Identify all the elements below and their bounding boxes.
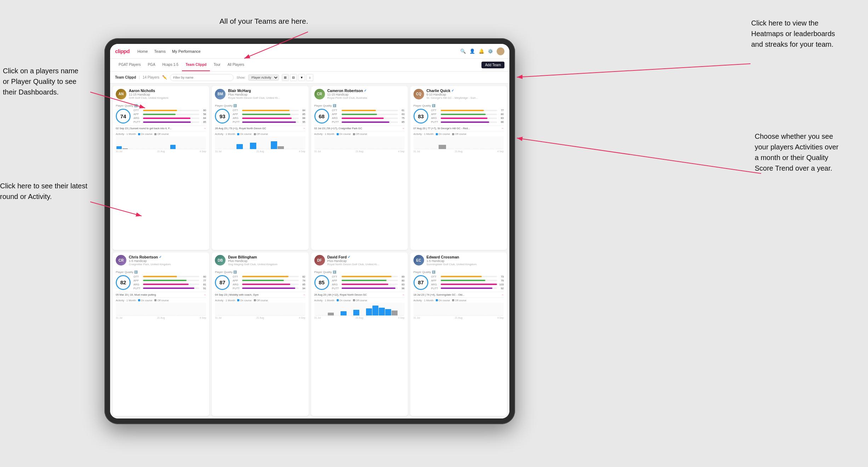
tab-pga[interactable]: PGA xyxy=(144,59,159,71)
show-label: Show: xyxy=(236,76,245,79)
player-info: Blair McHarg Plus Handicap Royal North D… xyxy=(228,89,305,99)
player-name[interactable]: Cameron Robertson ✓ xyxy=(327,89,405,93)
player-club: St. George's Hill GC - Weybridge - Surr.… xyxy=(427,96,504,99)
player-club: Sog Maging Golf Club, United Kingdom xyxy=(228,263,305,266)
card-body: Player Quality ℹ️ 68 OTT61 APP63 ARG75 P… xyxy=(311,102,408,155)
player-info: Cameron Robertson ✓ 11-15 Handicap Royal… xyxy=(327,89,405,99)
player-name[interactable]: Aaron Nicholls xyxy=(129,89,206,93)
card-header: DF David Ford ✓ Plus Handicap Royal Nort… xyxy=(311,252,408,268)
player-card: CR Cameron Robertson ✓ 11-15 Handicap Ro… xyxy=(311,86,408,250)
player-card: BM Blair McHarg Plus Handicap Royal Nort… xyxy=(212,86,308,250)
avatar[interactable]: EC xyxy=(413,255,424,266)
player-handicap: 1-5 Handicap xyxy=(427,259,504,263)
avatar[interactable]: DB xyxy=(215,255,225,266)
nav-icons: 🔍 👤 🔔 ⚙️ xyxy=(460,47,504,55)
player-name[interactable]: Blair McHarg xyxy=(228,89,305,93)
latest-round[interactable]: 05 Mar 23 | 19, Must make putting → xyxy=(116,292,206,298)
tab-tour[interactable]: Tour xyxy=(210,59,224,71)
card-header: EC Edward Crossman 1-5 Handicap Sunningd… xyxy=(410,252,507,268)
latest-round[interactable]: 18 Jul 23 | 74 (+4), Sunningdale GC - Ol… xyxy=(413,292,504,298)
player-name[interactable]: Dave Billingham xyxy=(228,255,305,259)
nav-link-teams[interactable]: Teams xyxy=(154,49,166,53)
latest-round[interactable]: 02 Jul 23 | 59 (+17), Craigmillar Park G… xyxy=(314,125,405,131)
latest-round[interactable]: 26 Aug 23 | 84 (+12), Royal North Devon … xyxy=(314,292,405,298)
svg-line-1 xyxy=(517,64,750,77)
edit-icon[interactable]: ✏️ xyxy=(162,75,167,80)
activity-section: Activity · 1 MonthOn courseOff course xyxy=(314,132,405,153)
card-body: Player Quality ℹ️ 87 OTT73 APP79 ARG103 … xyxy=(410,268,507,321)
nav-link-home[interactable]: Home xyxy=(137,49,148,53)
nav-link-performance[interactable]: My Performance xyxy=(172,49,201,53)
player-club: Craigmillar Park, United Kingdom xyxy=(129,263,206,266)
player-info: Charlie Quick ✓ 6-10 Handicap St. George… xyxy=(427,89,504,99)
avatar[interactable]: CR xyxy=(116,255,126,266)
tab-pgat[interactable]: PGAT Players xyxy=(115,59,144,71)
player-name[interactable]: Edward Crossman xyxy=(427,255,504,259)
player-count: 14 Players xyxy=(143,75,159,79)
filter-icon[interactable]: ▼ xyxy=(298,74,305,81)
quality-circle[interactable]: 83 xyxy=(413,109,428,124)
player-card: AN Aaron Nicholls 11-15 Handicap Drift G… xyxy=(113,86,209,250)
nav-logo: clippd xyxy=(115,48,130,54)
player-handicap: Plus Handicap xyxy=(228,259,305,263)
quality-circle[interactable]: 87 xyxy=(413,275,428,290)
show-select[interactable]: Player Activity xyxy=(248,74,279,81)
avatar-icon[interactable] xyxy=(497,47,504,55)
player-info: Chris Robertson ✓ 1-5 Handicap Craigmill… xyxy=(129,255,206,266)
search-icon[interactable]: 🔍 xyxy=(460,49,466,54)
annotation-top: All of your Teams are here. xyxy=(219,17,308,25)
quality-circle[interactable]: 85 xyxy=(314,275,329,290)
avatar[interactable]: DF xyxy=(314,255,325,266)
quality-circle[interactable]: 74 xyxy=(116,109,131,124)
ipad-screen: clippd Home Teams My Performance 🔍 👤 🔔 ⚙… xyxy=(110,44,509,418)
activity-section: Activity · 1 MonthOn courseOff course xyxy=(413,132,504,153)
filter-input[interactable] xyxy=(170,74,234,81)
list-view-icon[interactable]: ⊟ xyxy=(290,74,297,81)
subnav-tabs: PGAT Players PGA Hcaps 1-5 Team Clippd T… xyxy=(115,59,481,71)
player-club: Royal North Devon Golf Club, United Ki..… xyxy=(228,96,305,99)
avatar[interactable]: BM xyxy=(215,89,225,99)
card-body: Player Quality ℹ️ 85 OTT89 APP80 ARG83 P… xyxy=(311,268,408,321)
player-name[interactable]: Chris Robertson ✓ xyxy=(129,255,206,259)
activity-section: Activity · 1 Month On course Off course xyxy=(116,132,206,153)
players-grid: AN Aaron Nicholls 11-15 Handicap Drift G… xyxy=(110,84,509,418)
settings-icon[interactable]: ⚙️ xyxy=(488,49,493,54)
quality-circle[interactable]: 87 xyxy=(215,275,230,290)
activity-section: Activity · 1 MonthOn courseOff course 31… xyxy=(116,299,206,319)
tab-hcaps[interactable]: Hcaps 1-5 xyxy=(159,59,182,71)
latest-round[interactable]: 04 Sep 23 | Mobility with coach, Gym → xyxy=(215,292,305,298)
card-body: Player Quality ℹ️ 82 OTT60 APP77 ARG81 P… xyxy=(113,268,209,321)
team-title: Team Clippd xyxy=(115,75,136,79)
profile-icon[interactable]: 👤 xyxy=(469,49,475,54)
avatar[interactable]: CR xyxy=(314,89,325,99)
view-icons: ⊞ ⊟ ▼ ↕ xyxy=(282,74,313,81)
bell-icon[interactable]: 🔔 xyxy=(479,49,484,54)
add-team-button[interactable]: Add Team xyxy=(481,62,504,68)
quality-circle[interactable]: 82 xyxy=(116,275,131,290)
card-header: BM Blair McHarg Plus Handicap Royal Nort… xyxy=(212,86,308,102)
tab-team-clippd[interactable]: Team Clippd xyxy=(182,59,210,71)
player-name[interactable]: Charlie Quick ✓ xyxy=(427,89,504,93)
navbar: clippd Home Teams My Performance 🔍 👤 🔔 ⚙… xyxy=(110,44,509,59)
annotation-left-top: Click on a players name or Player Qualit… xyxy=(3,66,95,97)
sort-icon[interactable]: ↕ xyxy=(306,74,313,81)
player-name[interactable]: David Ford ✓ xyxy=(327,255,405,259)
avatar[interactable]: CQ xyxy=(413,89,424,99)
player-club: Sunningdale Golf Club, United Kingdom xyxy=(427,263,504,266)
tab-all-players[interactable]: All Players xyxy=(224,59,248,71)
latest-round[interactable]: 02 Sep 23 | Sunset round to get back int… xyxy=(116,125,206,131)
latest-round[interactable]: 26 Aug 23 | 73 (+1), Royal North Devon G… xyxy=(215,125,305,131)
card-header: CR Cameron Robertson ✓ 11-15 Handicap Ro… xyxy=(311,86,408,102)
card-body: Player Quality ℹ️ 74 OTT 60 APP xyxy=(113,102,209,155)
avatar[interactable]: AN xyxy=(116,89,126,99)
latest-round[interactable]: 07 Aug 23 | 77 (+7), St George's Hill GC… xyxy=(413,125,504,131)
team-header: Team Clippd | 14 Players ✏️ Show: Player… xyxy=(110,72,509,84)
activity-section: Activity · 1 MonthOn courseOff course 31… xyxy=(215,299,305,319)
player-info: Aaron Nicholls 11-15 Handicap Drift Golf… xyxy=(129,89,206,99)
grid-view-icon[interactable]: ⊞ xyxy=(282,74,289,81)
svg-line-4 xyxy=(517,138,761,173)
player-handicap: 11-15 Handicap xyxy=(129,93,206,96)
quality-circle[interactable]: 68 xyxy=(314,109,329,124)
quality-circle[interactable]: 93 xyxy=(215,109,230,124)
player-handicap: Plus Handicap xyxy=(228,93,305,96)
